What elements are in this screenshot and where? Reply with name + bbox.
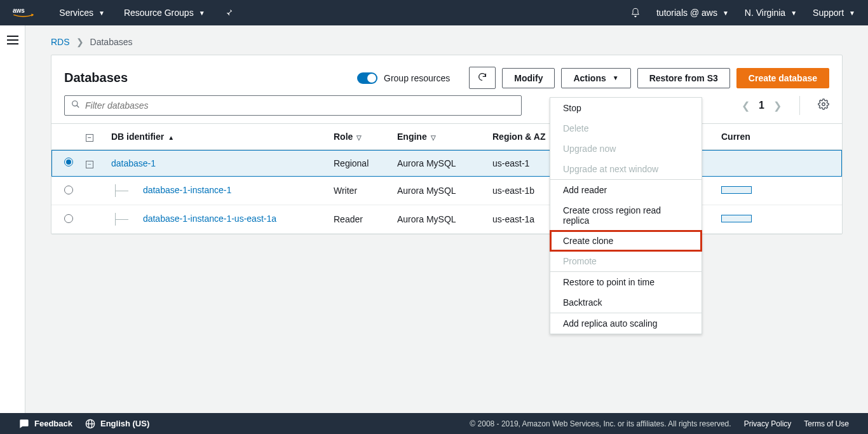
page-title: Databases: [64, 71, 128, 85]
pin-icon[interactable]: [224, 8, 233, 17]
notifications-icon[interactable]: [630, 8, 641, 18]
role-cell: Writer: [327, 177, 391, 205]
breadcrumb-root[interactable]: RDS: [51, 37, 70, 47]
menu-item-restore-to-point-in-time[interactable]: Restore to point in time: [550, 272, 702, 292]
language-label: English (US): [100, 419, 149, 428]
col-db-identifier[interactable]: DB identifier: [111, 132, 164, 142]
svg-line-5: [77, 105, 79, 108]
col-current[interactable]: Curren: [721, 132, 750, 142]
settings-gear-icon[interactable]: [818, 98, 829, 112]
page-next[interactable]: ❯: [773, 100, 782, 112]
filter-databases-input[interactable]: [85, 100, 515, 111]
actions-button-label: Actions: [573, 73, 606, 83]
connections-bar: [721, 186, 752, 194]
collapse-all-icon[interactable]: −: [86, 134, 93, 142]
caret-down-icon: ▼: [790, 10, 797, 17]
page-number: 1: [759, 100, 764, 111]
nav-account[interactable]: tutorials @ aws ▼: [656, 8, 729, 18]
search-icon: [71, 100, 80, 111]
pager-divider: [799, 96, 800, 115]
menu-item-backtrack[interactable]: Backtrack: [550, 292, 702, 313]
privacy-link[interactable]: Privacy Policy: [744, 419, 792, 428]
toggle-switch: [357, 72, 377, 84]
menu-item-create-clone[interactable]: Create clone: [550, 231, 702, 251]
nav-account-label: tutorials @ aws: [656, 8, 717, 18]
refresh-icon: [477, 72, 487, 84]
menu-item-stop[interactable]: Stop: [550, 98, 702, 118]
row-radio[interactable]: [64, 214, 73, 223]
side-rail: [0, 25, 25, 413]
sort-asc-icon: ▲: [168, 134, 174, 141]
nav-services[interactable]: Services ▼: [59, 8, 105, 18]
page-prev[interactable]: ❮: [742, 100, 750, 112]
connections-bar: [721, 215, 752, 222]
databases-table: − DB identifier▲ Role▽ Engine▽ Region & …: [51, 123, 842, 234]
engine-cell: Aurora MySQL: [391, 205, 486, 234]
row-radio[interactable]: [64, 158, 73, 166]
db-identifier-link[interactable]: database-1-instance-1: [143, 185, 231, 195]
menu-item-delete: Delete: [550, 118, 702, 139]
sort-icon: ▽: [356, 134, 362, 141]
menu-item-add-replica-auto-scaling[interactable]: Add replica auto scaling: [550, 313, 702, 334]
hamburger-icon[interactable]: [7, 35, 18, 48]
table-row[interactable]: database-1-instance-1WriterAurora MySQLu…: [51, 177, 842, 205]
terms-link[interactable]: Terms of Use: [804, 419, 849, 428]
collapse-icon[interactable]: −: [86, 161, 93, 168]
col-role[interactable]: Role: [334, 132, 353, 142]
toggle-label: Group resources: [384, 73, 450, 83]
restore-from-s3-button[interactable]: Restore from S3: [637, 68, 730, 88]
caret-down-icon: ▼: [199, 10, 205, 17]
col-engine[interactable]: Engine: [397, 132, 427, 142]
breadcrumb-current: Databases: [90, 37, 133, 47]
nav-support-label: Support: [813, 8, 844, 18]
breadcrumb: RDS ❯ Databases: [25, 25, 868, 55]
feedback-label: Feedback: [34, 419, 72, 428]
actions-button[interactable]: Actions ▼: [561, 68, 630, 88]
menu-item-upgrade-at-next-window: Upgrade at next window: [550, 159, 702, 179]
caret-down-icon: ▼: [722, 10, 729, 17]
pager: ❮ 1 ❯: [742, 96, 829, 115]
refresh-button[interactable]: [469, 67, 496, 89]
engine-cell: Aurora MySQL: [391, 177, 486, 205]
db-identifier-link[interactable]: database-1: [111, 158, 156, 168]
menu-item-promote: Promote: [550, 251, 702, 271]
svg-text:aws: aws: [13, 7, 25, 14]
menu-item-create-cross-region-read-replica[interactable]: Create cross region read replica: [550, 200, 702, 231]
footer: Feedback English (US) © 2008 - 2019, Ama…: [0, 413, 868, 434]
nav-resource-groups-label: Resource Groups: [124, 8, 194, 18]
tree-indent: [115, 213, 140, 226]
svg-point-6: [822, 103, 825, 106]
create-database-button[interactable]: Create database: [736, 68, 829, 88]
feedback-link[interactable]: Feedback: [19, 419, 72, 429]
group-resources-toggle[interactable]: Group resources: [357, 72, 450, 84]
nav-resource-groups[interactable]: Resource Groups ▼: [124, 8, 205, 18]
engine-cell: Aurora MySQL: [391, 150, 486, 177]
databases-panel: Databases Group resources Modify Actions…: [51, 55, 843, 234]
db-identifier-link[interactable]: database-1-instance-1-us-east-1a: [143, 214, 276, 224]
table-row[interactable]: −database-1RegionalAurora MySQLus-east-1: [51, 150, 842, 177]
filter-input-wrapper[interactable]: [64, 95, 522, 116]
main-content: RDS ❯ Databases Databases Group resource…: [25, 25, 868, 413]
actions-dropdown: StopDeleteUpgrade nowUpgrade at next win…: [550, 97, 702, 334]
nav-region[interactable]: N. Virginia ▼: [745, 8, 797, 18]
nav-support[interactable]: Support ▼: [813, 8, 855, 18]
caret-down-icon: ▼: [98, 10, 105, 17]
role-cell: Reader: [327, 205, 391, 234]
menu-item-add-reader[interactable]: Add reader: [550, 180, 702, 200]
top-nav: aws Services ▼ Resource Groups ▼ tutoria…: [0, 0, 868, 25]
tree-indent: [115, 184, 140, 197]
svg-point-4: [72, 101, 78, 106]
caret-down-icon: ▼: [849, 10, 855, 17]
modify-button[interactable]: Modify: [502, 68, 555, 88]
row-radio[interactable]: [64, 186, 73, 194]
aws-logo[interactable]: aws: [13, 6, 34, 19]
col-region[interactable]: Region & AZ: [492, 132, 545, 142]
filter-row: ❮ 1 ❯: [51, 95, 842, 123]
role-cell: Regional: [327, 150, 391, 177]
caret-down-icon: ▼: [613, 74, 619, 81]
nav-region-label: N. Virginia: [745, 8, 785, 18]
table-row[interactable]: database-1-instance-1-us-east-1aReaderAu…: [51, 205, 842, 234]
chevron-right-icon: ❯: [76, 37, 84, 47]
language-selector[interactable]: English (US): [85, 419, 149, 429]
sort-icon: ▽: [431, 134, 436, 141]
